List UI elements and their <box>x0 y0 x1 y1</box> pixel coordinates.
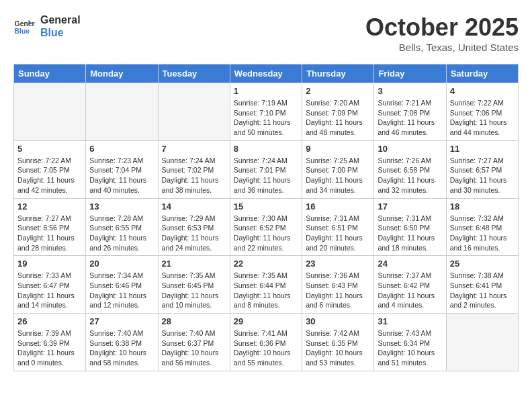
day-number: 29 <box>234 316 298 326</box>
day-number: 15 <box>234 201 298 212</box>
calendar-cell <box>86 83 158 141</box>
calendar-header-row: SundayMondayTuesdayWednesdayThursdayFrid… <box>14 64 519 83</box>
day-info: Sunrise: 7:30 AMSunset: 6:52 PMDaylight:… <box>234 214 298 253</box>
weekday-header-saturday: Saturday <box>446 64 518 83</box>
day-info: Sunrise: 7:23 AMSunset: 7:04 PMDaylight:… <box>89 156 154 195</box>
calendar-cell <box>158 83 230 141</box>
calendar-cell: 10Sunrise: 7:26 AMSunset: 6:58 PMDayligh… <box>374 140 446 198</box>
day-info: Sunrise: 7:31 AMSunset: 6:51 PMDaylight:… <box>306 214 370 253</box>
weekday-header-thursday: Thursday <box>302 64 374 83</box>
day-number: 18 <box>450 201 515 212</box>
calendar-cell: 8Sunrise: 7:24 AMSunset: 7:01 PMDaylight… <box>230 140 302 198</box>
day-number: 5 <box>17 144 82 154</box>
week-row-1: 1Sunrise: 7:19 AMSunset: 7:10 PMDaylight… <box>14 83 519 141</box>
day-number: 23 <box>306 259 370 269</box>
calendar-cell: 16Sunrise: 7:31 AMSunset: 6:51 PMDayligh… <box>302 198 374 256</box>
day-number: 19 <box>17 259 82 269</box>
day-number: 25 <box>450 259 515 269</box>
logo-blue: Blue <box>40 26 81 39</box>
day-number: 26 <box>17 316 82 326</box>
calendar-cell: 2Sunrise: 7:20 AMSunset: 7:09 PMDaylight… <box>302 83 374 141</box>
day-info: Sunrise: 7:41 AMSunset: 6:36 PMDaylight:… <box>234 328 298 368</box>
day-info: Sunrise: 7:42 AMSunset: 6:35 PMDaylight:… <box>306 328 370 368</box>
calendar-cell: 12Sunrise: 7:27 AMSunset: 6:56 PMDayligh… <box>14 198 86 256</box>
page-header: General Blue General Blue October 2025 B… <box>13 13 519 53</box>
svg-text:Blue: Blue <box>15 28 30 35</box>
day-number: 12 <box>17 201 82 212</box>
location-subtitle: Bells, Texas, United States <box>365 42 519 53</box>
day-info: Sunrise: 7:22 AMSunset: 7:05 PMDaylight:… <box>17 156 82 195</box>
calendar-cell: 24Sunrise: 7:37 AMSunset: 6:42 PMDayligh… <box>374 256 446 314</box>
day-number: 3 <box>378 86 442 96</box>
calendar-cell: 7Sunrise: 7:24 AMSunset: 7:02 PMDaylight… <box>158 140 230 198</box>
calendar-cell: 1Sunrise: 7:19 AMSunset: 7:10 PMDaylight… <box>230 83 302 141</box>
calendar-table: SundayMondayTuesdayWednesdayThursdayFrid… <box>13 64 519 371</box>
day-number: 6 <box>89 144 154 154</box>
calendar-cell: 29Sunrise: 7:41 AMSunset: 6:36 PMDayligh… <box>230 314 302 371</box>
day-number: 28 <box>162 316 226 326</box>
calendar-cell: 31Sunrise: 7:43 AMSunset: 6:34 PMDayligh… <box>374 314 446 371</box>
calendar-cell: 21Sunrise: 7:35 AMSunset: 6:45 PMDayligh… <box>158 256 230 314</box>
day-info: Sunrise: 7:29 AMSunset: 6:53 PMDaylight:… <box>162 214 226 253</box>
calendar-cell: 26Sunrise: 7:39 AMSunset: 6:39 PMDayligh… <box>14 314 86 371</box>
day-number: 2 <box>306 86 370 96</box>
day-number: 4 <box>450 86 515 96</box>
day-info: Sunrise: 7:35 AMSunset: 6:44 PMDaylight:… <box>234 271 298 310</box>
day-info: Sunrise: 7:20 AMSunset: 7:09 PMDaylight:… <box>306 98 370 138</box>
week-row-3: 12Sunrise: 7:27 AMSunset: 6:56 PMDayligh… <box>14 198 519 256</box>
calendar-cell: 20Sunrise: 7:34 AMSunset: 6:46 PMDayligh… <box>86 256 158 314</box>
month-title: October 2025 <box>365 13 519 42</box>
weekday-header-monday: Monday <box>86 64 158 83</box>
title-block: October 2025 Bells, Texas, United States <box>365 13 519 53</box>
weekday-header-tuesday: Tuesday <box>158 64 230 83</box>
logo: General Blue General Blue <box>13 13 81 39</box>
calendar-cell: 14Sunrise: 7:29 AMSunset: 6:53 PMDayligh… <box>158 198 230 256</box>
calendar-cell <box>14 83 86 141</box>
calendar-cell: 6Sunrise: 7:23 AMSunset: 7:04 PMDaylight… <box>86 140 158 198</box>
day-number: 14 <box>162 201 226 212</box>
day-info: Sunrise: 7:36 AMSunset: 6:43 PMDaylight:… <box>306 271 370 310</box>
day-info: Sunrise: 7:27 AMSunset: 6:57 PMDaylight:… <box>450 156 515 195</box>
week-row-5: 26Sunrise: 7:39 AMSunset: 6:39 PMDayligh… <box>14 314 519 371</box>
day-number: 22 <box>234 259 298 269</box>
day-number: 17 <box>378 201 442 212</box>
day-info: Sunrise: 7:38 AMSunset: 6:41 PMDaylight:… <box>450 271 515 310</box>
day-info: Sunrise: 7:35 AMSunset: 6:45 PMDaylight:… <box>162 271 226 310</box>
day-info: Sunrise: 7:31 AMSunset: 6:50 PMDaylight:… <box>378 214 442 253</box>
calendar-cell: 3Sunrise: 7:21 AMSunset: 7:08 PMDaylight… <box>374 83 446 141</box>
day-info: Sunrise: 7:39 AMSunset: 6:39 PMDaylight:… <box>17 328 82 368</box>
weekday-header-wednesday: Wednesday <box>230 64 302 83</box>
calendar-cell: 4Sunrise: 7:22 AMSunset: 7:06 PMDaylight… <box>446 83 518 141</box>
day-number: 30 <box>306 316 370 326</box>
day-number: 24 <box>378 259 442 269</box>
day-info: Sunrise: 7:33 AMSunset: 6:47 PMDaylight:… <box>17 271 82 310</box>
day-info: Sunrise: 7:32 AMSunset: 6:48 PMDaylight:… <box>450 214 515 253</box>
calendar-cell: 27Sunrise: 7:40 AMSunset: 6:38 PMDayligh… <box>86 314 158 371</box>
week-row-2: 5Sunrise: 7:22 AMSunset: 7:05 PMDaylight… <box>14 140 519 198</box>
day-info: Sunrise: 7:25 AMSunset: 7:00 PMDaylight:… <box>306 156 370 195</box>
calendar-cell: 9Sunrise: 7:25 AMSunset: 7:00 PMDaylight… <box>302 140 374 198</box>
day-number: 8 <box>234 144 298 154</box>
calendar-cell: 18Sunrise: 7:32 AMSunset: 6:48 PMDayligh… <box>446 198 518 256</box>
calendar-cell: 28Sunrise: 7:40 AMSunset: 6:37 PMDayligh… <box>158 314 230 371</box>
calendar-cell <box>446 314 518 371</box>
day-info: Sunrise: 7:28 AMSunset: 6:55 PMDaylight:… <box>89 214 154 253</box>
day-number: 13 <box>89 201 154 212</box>
calendar-cell: 11Sunrise: 7:27 AMSunset: 6:57 PMDayligh… <box>446 140 518 198</box>
calendar-cell: 23Sunrise: 7:36 AMSunset: 6:43 PMDayligh… <box>302 256 374 314</box>
day-info: Sunrise: 7:24 AMSunset: 7:01 PMDaylight:… <box>234 156 298 195</box>
logo-icon: General Blue <box>13 15 35 37</box>
day-number: 10 <box>378 144 442 154</box>
day-info: Sunrise: 7:27 AMSunset: 6:56 PMDaylight:… <box>17 214 82 253</box>
week-row-4: 19Sunrise: 7:33 AMSunset: 6:47 PMDayligh… <box>14 256 519 314</box>
weekday-header-friday: Friday <box>374 64 446 83</box>
day-info: Sunrise: 7:26 AMSunset: 6:58 PMDaylight:… <box>378 156 442 195</box>
day-number: 31 <box>378 316 442 326</box>
day-info: Sunrise: 7:19 AMSunset: 7:10 PMDaylight:… <box>234 98 298 138</box>
day-number: 11 <box>450 144 515 154</box>
day-number: 21 <box>162 259 226 269</box>
calendar-cell: 25Sunrise: 7:38 AMSunset: 6:41 PMDayligh… <box>446 256 518 314</box>
logo-general: General <box>40 13 81 26</box>
calendar-cell: 15Sunrise: 7:30 AMSunset: 6:52 PMDayligh… <box>230 198 302 256</box>
calendar-cell: 17Sunrise: 7:31 AMSunset: 6:50 PMDayligh… <box>374 198 446 256</box>
